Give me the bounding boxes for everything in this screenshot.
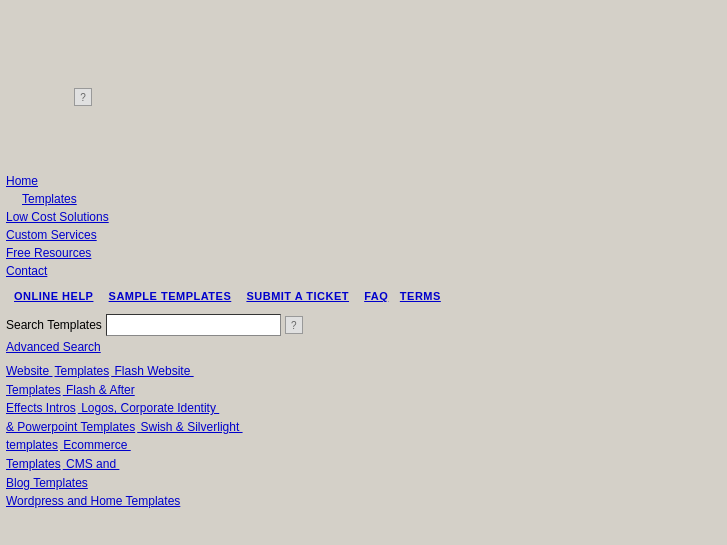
hnav-submit-ticket[interactable]: SUBMIT A TICKET xyxy=(246,290,349,302)
top-banner: ? xyxy=(0,0,727,170)
cat-row-3: Effects Intros Logos, Corporate Identity xyxy=(6,399,721,418)
nav-contact[interactable]: Contact xyxy=(6,262,721,280)
cat-row-4: & Powerpoint Templates Swish & Silverlig… xyxy=(6,418,721,437)
search-button-icon: ? xyxy=(291,320,297,331)
cat-powerpoint[interactable]: & Powerpoint Templates xyxy=(6,418,135,437)
cat-flash-website[interactable]: Flash Website xyxy=(111,362,193,381)
hnav-faq[interactable]: FAQ xyxy=(364,290,388,302)
nav-free-resources[interactable]: Free Resources xyxy=(6,244,721,262)
nav-section: Home Templates Low Cost Solutions Custom… xyxy=(0,170,727,284)
cat-row-1: Website Templates Flash Website xyxy=(6,362,721,381)
hnav-terms[interactable]: TERMS xyxy=(400,290,441,302)
horizontal-nav: ONLINE HELP SAMPLE TEMPLATES SUBMIT A TI… xyxy=(0,284,727,308)
cat-cms[interactable]: CMS and xyxy=(63,455,120,474)
nav-low-cost[interactable]: Low Cost Solutions xyxy=(6,208,721,226)
search-row: Search Templates ? xyxy=(6,314,721,336)
cat-row-2: Templates Flash & After xyxy=(6,381,721,400)
search-section: Search Templates ? Advanced Search xyxy=(0,308,727,358)
broken-image-icon: ? xyxy=(80,92,86,103)
search-label: Search Templates xyxy=(6,318,102,332)
cat-blog-templates[interactable]: Blog Templates xyxy=(6,474,88,493)
cat-row-5: templates Ecommerce xyxy=(6,436,721,455)
cat-logos[interactable]: Logos, Corporate Identity xyxy=(78,399,219,418)
advanced-search-link[interactable]: Advanced Search xyxy=(6,340,721,354)
nav-home[interactable]: Home xyxy=(6,172,721,190)
category-links: Website Templates Flash Website Template… xyxy=(0,358,727,515)
cat-templates-2[interactable]: Templates xyxy=(6,381,61,400)
nav-custom-services[interactable]: Custom Services xyxy=(6,226,721,244)
cat-website[interactable]: Website xyxy=(6,362,52,381)
cat-row-8: Wordpress and Home Templates xyxy=(6,492,721,511)
cat-wordpress[interactable]: Wordpress and Home Templates xyxy=(6,492,180,511)
search-input[interactable] xyxy=(106,314,281,336)
cat-templates-1[interactable]: Templates xyxy=(54,362,109,381)
cat-swish[interactable]: Swish & Silverlight xyxy=(137,418,242,437)
nav-templates[interactable]: Templates xyxy=(22,190,721,208)
cat-row-6: Templates CMS and xyxy=(6,455,721,474)
cat-row-7: Blog Templates xyxy=(6,474,721,493)
cat-ecommerce[interactable]: Ecommerce xyxy=(60,436,131,455)
hnav-online-help[interactable]: ONLINE HELP xyxy=(14,290,93,302)
hnav-sample-templates[interactable]: SAMPLE TEMPLATES xyxy=(109,290,232,302)
search-button[interactable]: ? xyxy=(285,316,303,334)
cat-swish-templates[interactable]: templates xyxy=(6,436,58,455)
cat-flash-after[interactable]: Flash & After xyxy=(63,381,135,400)
banner-image: ? xyxy=(74,88,92,106)
cat-effects-intros[interactable]: Effects Intros xyxy=(6,399,76,418)
cat-ecommerce-templates[interactable]: Templates xyxy=(6,455,61,474)
